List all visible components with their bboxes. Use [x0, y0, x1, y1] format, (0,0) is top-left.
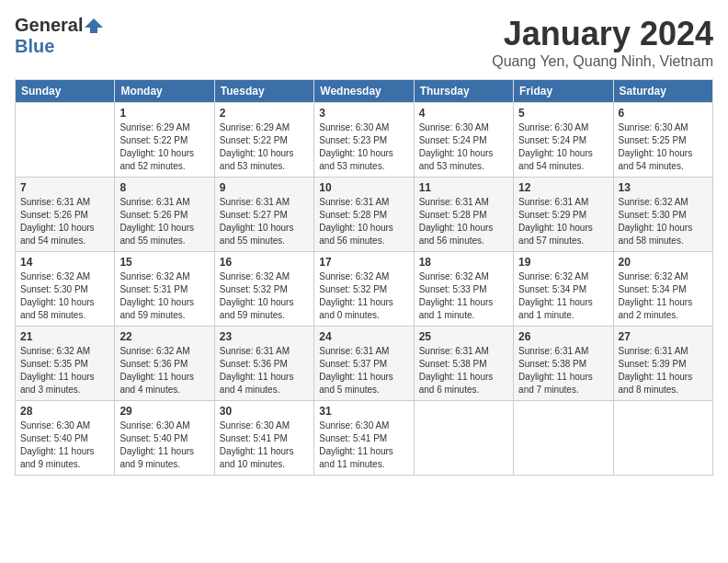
day-number: 28 [20, 405, 109, 418]
calendar-cell: 1Sunrise: 6:29 AMSunset: 5:22 PMDaylight… [115, 103, 214, 178]
calendar-header-wednesday: Wednesday [314, 80, 414, 103]
day-info: Sunrise: 6:32 AMSunset: 5:34 PMDaylight:… [619, 270, 708, 322]
day-info: Sunrise: 6:32 AMSunset: 5:32 PMDaylight:… [319, 270, 408, 322]
calendar-week-row: 28Sunrise: 6:30 AMSunset: 5:40 PMDayligh… [16, 401, 713, 476]
day-number: 24 [319, 330, 408, 343]
day-info: Sunrise: 6:30 AMSunset: 5:41 PMDaylight:… [319, 419, 408, 471]
calendar-cell: 23Sunrise: 6:31 AMSunset: 5:36 PMDayligh… [214, 327, 313, 401]
day-number: 14 [20, 256, 109, 269]
day-info: Sunrise: 6:30 AMSunset: 5:40 PMDaylight:… [119, 419, 209, 471]
day-number: 10 [319, 181, 408, 194]
day-info: Sunrise: 6:31 AMSunset: 5:28 PMDaylight:… [319, 196, 408, 247]
calendar-cell: 17Sunrise: 6:32 AMSunset: 5:32 PMDayligh… [314, 252, 414, 327]
calendar-cell: 15Sunrise: 6:32 AMSunset: 5:31 PMDayligh… [115, 252, 214, 327]
calendar-cell: 6Sunrise: 6:30 AMSunset: 5:25 PMDaylight… [613, 103, 712, 178]
day-info: Sunrise: 6:31 AMSunset: 5:38 PMDaylight:… [518, 345, 608, 396]
day-number: 31 [319, 405, 408, 418]
day-number: 2 [220, 107, 309, 120]
day-number: 4 [419, 107, 508, 120]
calendar-week-row: 14Sunrise: 6:32 AMSunset: 5:30 PMDayligh… [16, 252, 713, 327]
day-info: Sunrise: 6:32 AMSunset: 5:36 PMDaylight:… [119, 345, 209, 396]
day-number: 16 [220, 256, 309, 269]
day-info: Sunrise: 6:30 AMSunset: 5:23 PMDaylight:… [319, 121, 408, 173]
day-number: 17 [319, 256, 408, 269]
day-number: 23 [220, 330, 309, 343]
calendar-cell: 25Sunrise: 6:31 AMSunset: 5:38 PMDayligh… [414, 327, 513, 401]
day-info: Sunrise: 6:29 AMSunset: 5:22 PMDaylight:… [220, 121, 309, 173]
day-info: Sunrise: 6:31 AMSunset: 5:39 PMDaylight:… [619, 345, 708, 396]
day-number: 22 [119, 330, 209, 343]
day-number: 9 [220, 181, 309, 194]
day-info: Sunrise: 6:30 AMSunset: 5:25 PMDaylight:… [619, 121, 708, 173]
calendar-title: January 2024 [492, 15, 713, 53]
calendar-week-row: 1Sunrise: 6:29 AMSunset: 5:22 PMDaylight… [16, 103, 713, 178]
day-info: Sunrise: 6:31 AMSunset: 5:36 PMDaylight:… [220, 345, 309, 396]
calendar-cell [16, 103, 115, 178]
calendar-cell: 31Sunrise: 6:30 AMSunset: 5:41 PMDayligh… [314, 401, 414, 476]
calendar-cell: 8Sunrise: 6:31 AMSunset: 5:26 PMDaylight… [115, 178, 214, 252]
calendar-cell [613, 401, 712, 476]
calendar-cell: 22Sunrise: 6:32 AMSunset: 5:36 PMDayligh… [115, 327, 214, 401]
calendar-cell: 3Sunrise: 6:30 AMSunset: 5:23 PMDaylight… [314, 103, 414, 178]
day-number: 30 [220, 405, 309, 418]
calendar-cell: 13Sunrise: 6:32 AMSunset: 5:30 PMDayligh… [613, 178, 712, 252]
calendar-header-row: SundayMondayTuesdayWednesdayThursdayFrid… [16, 80, 713, 103]
logo: General Blue [15, 15, 103, 57]
day-number: 18 [419, 256, 508, 269]
day-info: Sunrise: 6:32 AMSunset: 5:33 PMDaylight:… [419, 270, 508, 322]
calendar-cell: 26Sunrise: 6:31 AMSunset: 5:38 PMDayligh… [514, 327, 613, 401]
day-number: 13 [619, 181, 708, 194]
day-number: 26 [518, 330, 608, 343]
calendar-cell: 29Sunrise: 6:30 AMSunset: 5:40 PMDayligh… [115, 401, 214, 476]
day-info: Sunrise: 6:31 AMSunset: 5:29 PMDaylight:… [518, 196, 608, 247]
day-number: 12 [518, 181, 608, 194]
day-number: 25 [419, 330, 508, 343]
logo-bird-icon [85, 17, 103, 35]
calendar-header-tuesday: Tuesday [214, 80, 313, 103]
calendar-cell [414, 401, 513, 476]
day-number: 1 [119, 107, 209, 120]
day-info: Sunrise: 6:32 AMSunset: 5:34 PMDaylight:… [518, 270, 608, 322]
calendar-cell: 28Sunrise: 6:30 AMSunset: 5:40 PMDayligh… [16, 401, 115, 476]
title-section: January 2024 Quang Yen, Quang Ninh, Viet… [492, 15, 713, 70]
day-number: 11 [419, 181, 508, 194]
day-number: 21 [20, 330, 109, 343]
calendar-cell: 11Sunrise: 6:31 AMSunset: 5:28 PMDayligh… [414, 178, 513, 252]
calendar-cell: 16Sunrise: 6:32 AMSunset: 5:32 PMDayligh… [214, 252, 313, 327]
calendar-cell: 2Sunrise: 6:29 AMSunset: 5:22 PMDaylight… [214, 103, 313, 178]
day-info: Sunrise: 6:32 AMSunset: 5:30 PMDaylight:… [20, 270, 109, 322]
day-info: Sunrise: 6:32 AMSunset: 5:30 PMDaylight:… [619, 196, 708, 247]
day-number: 8 [119, 181, 209, 194]
day-info: Sunrise: 6:32 AMSunset: 5:31 PMDaylight:… [119, 270, 209, 322]
calendar-week-row: 7Sunrise: 6:31 AMSunset: 5:26 PMDaylight… [16, 178, 713, 252]
day-info: Sunrise: 6:30 AMSunset: 5:41 PMDaylight:… [220, 419, 309, 471]
calendar-cell: 9Sunrise: 6:31 AMSunset: 5:27 PMDaylight… [214, 178, 313, 252]
day-info: Sunrise: 6:31 AMSunset: 5:26 PMDaylight:… [20, 196, 109, 247]
calendar-cell: 5Sunrise: 6:30 AMSunset: 5:24 PMDaylight… [514, 103, 613, 178]
day-number: 20 [619, 256, 708, 269]
calendar-header-monday: Monday [115, 80, 214, 103]
day-info: Sunrise: 6:31 AMSunset: 5:27 PMDaylight:… [220, 196, 309, 247]
day-info: Sunrise: 6:31 AMSunset: 5:37 PMDaylight:… [319, 345, 408, 396]
calendar-cell: 30Sunrise: 6:30 AMSunset: 5:41 PMDayligh… [214, 401, 313, 476]
day-number: 7 [20, 181, 109, 194]
calendar-header-friday: Friday [514, 80, 613, 103]
calendar-header-saturday: Saturday [613, 80, 712, 103]
calendar-week-row: 21Sunrise: 6:32 AMSunset: 5:35 PMDayligh… [16, 327, 713, 401]
calendar-cell: 24Sunrise: 6:31 AMSunset: 5:37 PMDayligh… [314, 327, 414, 401]
day-number: 27 [619, 330, 708, 343]
day-number: 29 [119, 405, 209, 418]
calendar-cell: 20Sunrise: 6:32 AMSunset: 5:34 PMDayligh… [613, 252, 712, 327]
day-info: Sunrise: 6:29 AMSunset: 5:22 PMDaylight:… [119, 121, 209, 173]
calendar-location: Quang Yen, Quang Ninh, Vietnam [492, 53, 713, 70]
day-info: Sunrise: 6:31 AMSunset: 5:28 PMDaylight:… [419, 196, 508, 247]
day-number: 19 [518, 256, 608, 269]
calendar-cell: 4Sunrise: 6:30 AMSunset: 5:24 PMDaylight… [414, 103, 513, 178]
calendar-cell: 19Sunrise: 6:32 AMSunset: 5:34 PMDayligh… [514, 252, 613, 327]
day-info: Sunrise: 6:31 AMSunset: 5:26 PMDaylight:… [119, 196, 209, 247]
day-info: Sunrise: 6:30 AMSunset: 5:24 PMDaylight:… [518, 121, 608, 173]
logo-general-text: General [15, 15, 83, 36]
calendar-body: 1Sunrise: 6:29 AMSunset: 5:22 PMDaylight… [16, 103, 713, 476]
calendar-cell: 18Sunrise: 6:32 AMSunset: 5:33 PMDayligh… [414, 252, 513, 327]
day-info: Sunrise: 6:32 AMSunset: 5:32 PMDaylight:… [220, 270, 309, 322]
